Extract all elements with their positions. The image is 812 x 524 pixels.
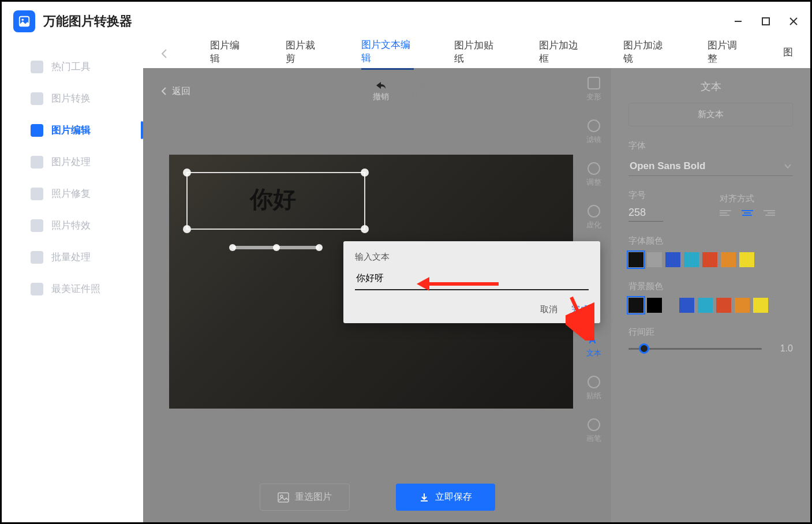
reselect-label: 重选图片	[295, 491, 332, 503]
resize-handle-br[interactable]	[361, 225, 369, 233]
font-value: Open Sans Bold	[630, 160, 705, 172]
resize-handle-tl[interactable]	[183, 169, 191, 177]
size-label: 字号	[628, 190, 702, 201]
undo-icon	[374, 80, 388, 91]
bottom-action-bar: 重选图片 立即保存	[143, 484, 611, 511]
slider-thumb[interactable]	[639, 343, 649, 354]
font-color-swatches	[628, 252, 793, 267]
download-icon	[419, 492, 429, 503]
tool-adjust[interactable]: 调整	[586, 162, 601, 188]
batch-icon	[31, 251, 43, 264]
new-text-button[interactable]: 新文本	[628, 103, 793, 126]
color-swatch[interactable]	[679, 298, 694, 313]
undo-button[interactable]: 撤销	[373, 80, 389, 102]
tool-transform[interactable]: 变形	[586, 77, 601, 102]
color-swatch[interactable]	[647, 252, 662, 267]
undo-label: 撤销	[373, 92, 389, 102]
convert-icon	[31, 92, 43, 105]
sidebar-item-convert[interactable]: 图片转换	[2, 83, 143, 114]
color-swatch[interactable]	[628, 252, 643, 267]
sidebar-item-label: 图片编辑	[51, 123, 91, 137]
color-swatch[interactable]	[665, 252, 680, 267]
sidebar-item-label: 批量处理	[51, 250, 91, 264]
sidebar-item-batch[interactable]: 批量处理	[2, 241, 143, 273]
annotation-arrow-input	[417, 277, 499, 291]
filter-icon	[588, 119, 600, 132]
tab-filter[interactable]: 图片加滤镜	[623, 39, 667, 69]
sidebar-item-process[interactable]: 图片处理	[2, 146, 143, 178]
tab-image-crop[interactable]: 图片裁剪	[286, 39, 321, 69]
sidebar-item-label: 照片特效	[51, 219, 91, 232]
line-spacing-slider[interactable]	[628, 348, 762, 350]
back-label: 返回	[172, 85, 190, 98]
resize-handle-tr[interactable]	[361, 169, 369, 177]
bg-color-label: 背景颜色	[628, 281, 793, 292]
crop-slider[interactable]	[233, 246, 319, 249]
tool-filter[interactable]: 滤镜	[586, 119, 601, 145]
tab-adjust[interactable]: 图片调整	[708, 39, 743, 69]
tab-more[interactable]: 图	[783, 46, 793, 62]
tab-image-edit[interactable]: 图片编辑	[210, 39, 245, 69]
sidebar-item-label: 热门工具	[51, 60, 91, 73]
sidebar-item-edit[interactable]: 图片编辑	[2, 114, 143, 146]
idphoto-icon	[31, 283, 43, 295]
tab-border[interactable]: 图片加边框	[539, 39, 583, 69]
color-swatch[interactable]	[716, 298, 731, 313]
app-title: 万能图片转换器	[43, 13, 132, 30]
reselect-image-button[interactable]: 重选图片	[260, 484, 350, 511]
color-swatch[interactable]	[735, 298, 750, 313]
tab-bar: 图片编辑 图片裁剪 图片文本编辑 图片加贴纸 图片加边框 图片加滤镜 图片调整 …	[143, 39, 810, 68]
redo-button[interactable]: 恢复	[412, 80, 428, 102]
tab-scroll-left[interactable]	[160, 48, 170, 59]
back-button[interactable]: 返回	[160, 85, 190, 98]
canvas-text[interactable]: 你好	[250, 184, 296, 215]
save-button[interactable]: 立即保存	[396, 484, 495, 511]
maximize-button[interactable]	[761, 16, 771, 27]
text-properties-panel: 文本 新文本 字体 Open Sans Bold 字号 258 对齐方式	[611, 68, 810, 522]
minimize-button[interactable]	[733, 16, 743, 27]
redo-label: 恢复	[412, 92, 428, 102]
chevron-left-icon	[160, 87, 167, 96]
line-spacing-label: 行间距	[628, 327, 793, 338]
process-icon	[31, 156, 43, 169]
app-logo-icon	[13, 10, 35, 32]
color-swatch[interactable]	[702, 252, 717, 267]
font-select[interactable]: Open Sans Bold	[628, 157, 793, 176]
blur-icon	[588, 205, 600, 218]
tab-text-edit[interactable]: 图片文本编辑	[361, 38, 414, 70]
sidebar-item-idphoto[interactable]: 最美证件照	[2, 273, 143, 305]
svg-rect-3	[762, 18, 769, 25]
align-label: 对齐方式	[720, 193, 794, 204]
color-swatch[interactable]	[721, 252, 736, 267]
align-right-button[interactable]	[764, 210, 775, 218]
tool-brush[interactable]: 画笔	[586, 418, 601, 444]
resize-handle-bl[interactable]	[183, 225, 191, 233]
color-swatch[interactable]	[684, 252, 699, 267]
svg-rect-7	[278, 493, 289, 502]
color-swatch[interactable]	[628, 298, 643, 313]
save-label: 立即保存	[435, 491, 472, 503]
line-spacing-value: 1.0	[770, 343, 793, 354]
tool-blur[interactable]: 虚化	[586, 205, 601, 230]
sidebar-item-hot-tools[interactable]: 热门工具	[2, 51, 143, 83]
tool-sticker[interactable]: 贴纸	[586, 376, 601, 401]
adjust-icon	[588, 162, 600, 175]
sidebar-item-label: 最美证件照	[51, 282, 100, 295]
sidebar-item-repair[interactable]: 照片修复	[2, 178, 143, 209]
dialog-cancel-button[interactable]: 取消	[540, 304, 557, 315]
close-button[interactable]	[788, 16, 799, 27]
crop-dot[interactable]	[273, 244, 280, 251]
font-size-input[interactable]: 258	[628, 207, 663, 222]
crop-dot[interactable]	[316, 244, 323, 251]
tab-sticker[interactable]: 图片加贴纸	[454, 39, 498, 69]
image-icon	[278, 492, 289, 503]
color-swatch[interactable]	[647, 298, 662, 313]
color-swatch[interactable]	[753, 298, 768, 313]
color-swatch[interactable]	[739, 252, 754, 267]
crop-dot[interactable]	[229, 244, 236, 251]
align-left-button[interactable]	[720, 210, 731, 218]
color-swatch[interactable]	[698, 298, 713, 313]
align-center-button[interactable]	[742, 210, 753, 218]
annotation-arrow-confirm	[566, 294, 594, 340]
sidebar-item-effects[interactable]: 照片特效	[2, 209, 143, 241]
